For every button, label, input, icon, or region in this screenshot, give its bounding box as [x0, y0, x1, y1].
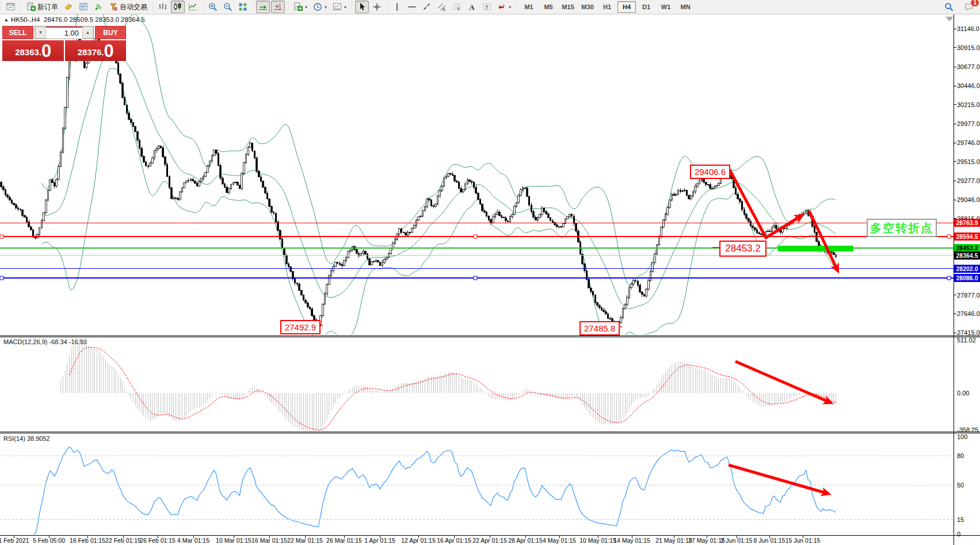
toolbar-group: [351, 0, 386, 14]
time-axis-label: 21 May 01:15: [655, 537, 692, 544]
equidistant-channel-tool-button[interactable]: E: [435, 1, 449, 13]
line-handle[interactable]: [0, 276, 3, 280]
rsi-axis-label: 100: [957, 433, 967, 440]
metaeditor-button[interactable]: [62, 1, 75, 13]
toolbar-group: [202, 0, 252, 14]
line-handle[interactable]: [947, 235, 951, 238]
volume-decrease-button[interactable]: ▼: [35, 26, 46, 39]
price-callout[interactable]: 28453.2: [719, 241, 767, 257]
chevron-down-icon[interactable]: ▾: [509, 5, 511, 10]
chart-window-icon: [6, 2, 16, 12]
zoom-out-button[interactable]: [221, 1, 235, 13]
support-highlight-bar[interactable]: [778, 246, 853, 251]
trend-arrow[interactable]: [730, 170, 802, 238]
text-label-tool-button[interactable]: T: [480, 1, 494, 13]
bar-chart-mode-button[interactable]: [156, 1, 170, 13]
price-axis-label: 27646.0: [957, 310, 980, 317]
price-tag: 28594.5: [954, 233, 980, 241]
vertical-line-tool-button[interactable]: [390, 1, 404, 13]
timeframe-h1-button[interactable]: H1: [598, 1, 616, 13]
sell-price[interactable]: 28363.0: [2, 40, 64, 61]
zoom-in-icon: [208, 2, 218, 12]
time-axis-label: 26 Feb 01:15: [140, 537, 176, 544]
line-handle[interactable]: [0, 235, 3, 238]
timeframe-d1-button[interactable]: D1: [637, 1, 655, 13]
chart-ohlc-header: ▲HK50-,H4 28476.0 28509.5 28353.0 28364.…: [4, 16, 145, 23]
timeframe-m15-button[interactable]: M15: [559, 1, 577, 13]
tile-windows-button[interactable]: [236, 1, 250, 13]
line-chart-mode-button[interactable]: [186, 1, 200, 13]
chevron-down-icon[interactable]: ▾: [344, 5, 346, 10]
text-tool-button[interactable]: A: [465, 1, 479, 13]
line-handle[interactable]: [474, 235, 477, 238]
signals-icon: [94, 2, 103, 12]
price-axis-label: 27877.0: [957, 292, 980, 299]
price-axis-label: 31146.0: [957, 25, 979, 32]
svg-text:T: T: [485, 5, 489, 10]
annotation-note[interactable]: 多空转折点: [867, 219, 937, 237]
time-axis-label: 16 Feb 01:15: [70, 537, 105, 544]
price-callout[interactable]: 27485.8: [579, 321, 620, 336]
timeframe-m1-button[interactable]: M1: [520, 1, 538, 13]
fibonacci-tool-button[interactable]: F: [450, 1, 464, 13]
buy-price[interactable]: 28376.0: [65, 40, 127, 61]
chevron-down-icon[interactable]: ▾: [305, 5, 307, 10]
line-handle[interactable]: [474, 276, 477, 280]
candles-icon: [173, 2, 182, 12]
buy-button[interactable]: BUY: [95, 26, 126, 39]
auto-trading-button[interactable]: 自动交易: [106, 1, 150, 13]
trend-arrow[interactable]: [809, 211, 838, 271]
time-axis-label: 5 Feb 05:00: [33, 537, 65, 544]
horizontal-line-tool-button[interactable]: [405, 1, 419, 13]
chart-shift-button[interactable]: [271, 1, 285, 13]
price-callout[interactable]: 27492.9: [280, 320, 321, 334]
arrows-tool-button[interactable]: ▾: [495, 1, 513, 13]
channel-icon: E: [437, 2, 447, 12]
periods-list-button[interactable]: ▾: [311, 1, 329, 13]
toolbar-group: 新订单自动交易: [20, 0, 152, 14]
chart-window-button[interactable]: [4, 1, 18, 13]
macd-trend-arrow[interactable]: [735, 361, 831, 403]
new-order-button[interactable]: 新订单: [24, 1, 60, 13]
auto-scroll-button[interactable]: [256, 1, 270, 13]
rsi-trend-arrow[interactable]: [729, 465, 829, 494]
macd-label: MACD(12,26,9) -68.34 -16.93: [3, 338, 87, 345]
search-icon[interactable]: [942, 1, 956, 13]
collapse-icon[interactable]: ▲: [4, 17, 9, 22]
time-axis-label: 22 Apr 01:15: [472, 537, 507, 544]
crosshair-tool-button[interactable]: [370, 1, 384, 13]
line-icon: [188, 2, 197, 12]
timeframe-w1-button[interactable]: W1: [657, 1, 675, 13]
buy-price-big: 0: [104, 42, 113, 60]
price-callout[interactable]: 29406.6: [690, 165, 730, 179]
main-chart-plot[interactable]: [0, 0, 980, 545]
time-axis-label: 10 Mar 01:15: [216, 537, 251, 544]
indicators-list-button[interactable]: ▾: [291, 1, 310, 13]
one-click-trading-panel: SELL ▼ 1.00 ▲ BUY 28363.0 28376.0: [2, 26, 126, 61]
timeframe-mn-button[interactable]: MN: [676, 1, 695, 13]
cursor-icon: [357, 2, 367, 12]
svg-text:F: F: [457, 6, 460, 12]
volume-increase-button[interactable]: ▲: [82, 26, 93, 39]
cursor-tool-button[interactable]: [355, 1, 369, 13]
signals-button[interactable]: [91, 1, 105, 13]
timeframe-h4-button[interactable]: H4: [617, 1, 636, 13]
candlestick-mode-button[interactable]: [171, 1, 185, 13]
timeframe-m30-button[interactable]: M30: [578, 1, 597, 13]
volume-value[interactable]: 1.00: [46, 26, 82, 39]
price-axis-label: 27415.0: [957, 329, 980, 336]
trendline-tool-button[interactable]: [420, 1, 434, 13]
vline-icon: [392, 2, 402, 12]
line-handle[interactable]: [947, 276, 951, 280]
time-axis-label: 16 Mar 01:15: [251, 537, 287, 544]
metaeditor-icon: [64, 2, 73, 12]
timeframe-m5-button[interactable]: M5: [539, 1, 558, 13]
notifications-icon[interactable]: 1: [962, 1, 976, 13]
time-axis-label: 10 May 01:15: [579, 537, 616, 544]
market-watch-button[interactable]: [77, 1, 90, 13]
sell-button[interactable]: SELL: [2, 26, 33, 39]
templates-icon: [333, 2, 342, 12]
zoom-in-button[interactable]: [206, 1, 220, 13]
chevron-down-icon[interactable]: ▾: [325, 5, 327, 10]
templates-list-button[interactable]: ▾: [330, 1, 349, 13]
